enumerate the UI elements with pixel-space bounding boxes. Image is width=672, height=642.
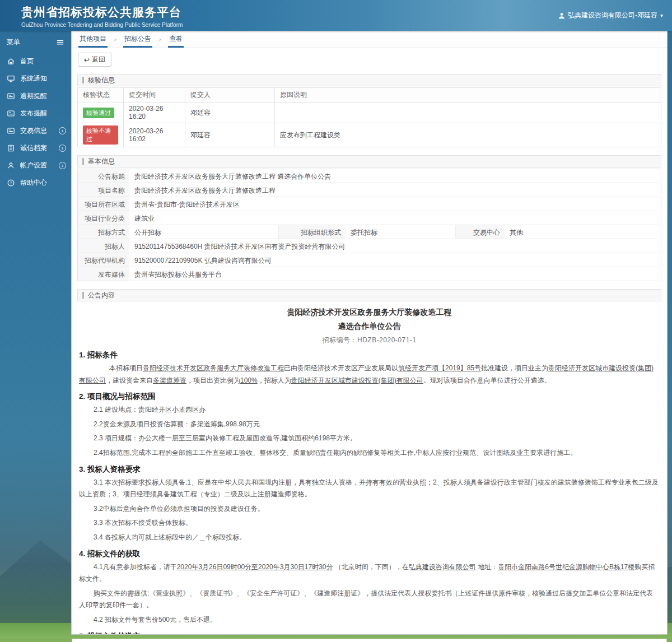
info-value: 91520114755368460H 贵阳经济技术开发区国有资产投资经营有限公司	[129, 239, 661, 253]
sidebar-item-publish-reminder[interactable]: 发布提醒	[0, 105, 71, 122]
info-label: 项目名称	[78, 183, 129, 197]
cell-submit-time: 2020-03-26 16:20	[124, 103, 185, 123]
card-icon	[7, 127, 15, 135]
info-value: 其他	[505, 225, 661, 239]
main-panel: 其他项目 ＞ 招标公告 ＞ 查看 ↩ 返回 核验信息	[71, 31, 668, 635]
section-heading-1: 1. 招标条件	[79, 350, 660, 360]
info-value: 贵阳经济技术开发区政务服务大厅装修改造工程	[129, 183, 661, 197]
sidebar-item-account-settings[interactable]: 帐户设置 ›	[0, 157, 71, 174]
back-icon: ↩	[84, 56, 90, 64]
info-label: 招标代理机构	[78, 253, 129, 267]
sidebar-item-system-notice[interactable]: 系统通知	[0, 70, 71, 87]
cell-submit-time: 2020-03-26 16:02	[124, 123, 185, 147]
info-value: 建筑业	[129, 211, 661, 225]
chevron-right-icon: ›	[59, 145, 66, 152]
breadcrumb: 其他项目 ＞ 招标公告 ＞ 查看	[72, 31, 667, 48]
person-icon	[558, 12, 565, 19]
info-label: 公告标题	[78, 169, 129, 183]
info-label: 交易中心	[455, 225, 505, 239]
svg-text:?: ?	[10, 180, 12, 185]
breadcrumb-item-other-projects[interactable]: 其他项目	[78, 31, 108, 48]
section-heading-5: 5. 投标文件的递交	[79, 631, 660, 635]
brand: 贵州省招标投标公共服务平台 GuiZhou Province Tendering…	[21, 4, 183, 28]
sidebar-item-label: 帐户设置	[20, 161, 47, 170]
verification-table: 核验状态 提交时间 提交人 原因说明 核验通过 2020-03-26 16:20…	[77, 87, 661, 147]
user-menu[interactable]: 弘典建设咨询有限公司-邓廷容 ▾	[558, 11, 663, 20]
info-value: 委托招标	[346, 225, 455, 239]
sidebar-nav: 首页 系统通知 逾期提醒	[0, 53, 71, 192]
info-row-agency: 招标代理机构 91520000722109905K 弘典建设咨询有限公司	[78, 253, 661, 267]
hamburger-icon[interactable]	[56, 38, 64, 46]
breadcrumb-item-view[interactable]: 查看	[168, 31, 184, 48]
table-row: 核验通过 2020-03-26 16:20 邓廷容	[78, 103, 661, 123]
announcement-section: 公告内容 贵阳经济技术开发区政务服务大厅装修改造工程 遴选合作单位公告 招标编号…	[77, 289, 661, 635]
info-value: 贵阳经济技术开发区政务服务大厅装修改造工程 遴选合作单位公告	[129, 169, 661, 183]
info-row-project-name: 项目名称 贵阳经济技术开发区政务服务大厅装修改造工程	[78, 183, 661, 197]
paragraph: 2.3 项目规模：办公大楼一层至三层室内装修工程及屋面改造等,建筑面积约6198…	[79, 432, 660, 445]
info-row-industry: 项目行业分类 建筑业	[78, 211, 661, 225]
col-status: 核验状态	[78, 88, 124, 103]
user-name: 弘典建设咨询有限公司-邓廷容	[568, 11, 657, 20]
section-bar-icon	[82, 292, 84, 299]
document-subtitle: 遴选合作单位公告	[79, 322, 660, 332]
cell-submitter: 邓廷容	[185, 103, 275, 123]
list-icon	[7, 144, 15, 152]
app-title: 贵州省招标投标公共服务平台	[21, 4, 183, 20]
caret-down-icon: ▾	[660, 12, 663, 18]
info-value: 91520000722109905K 弘典建设咨询有限公司	[129, 253, 661, 267]
paragraph: 购买文件的需提供:《营业执照》、《资质证书》、《安全生产许可证》、《建造师注册证…	[79, 588, 660, 612]
cell-submitter: 邓廷容	[185, 123, 275, 147]
sidebar: 菜单 首页 系统通知	[0, 31, 71, 192]
breadcrumb-item-tender-announcement[interactable]: 招标公告	[123, 31, 152, 48]
verification-header-row: 核验状态 提交时间 提交人 原因说明	[78, 88, 661, 103]
home-icon	[7, 57, 15, 66]
status-badge-pass: 核验通过	[83, 108, 114, 118]
paragraph: 2.4招标范围,完成本工程的全部施工工作直至竣工验收、整体移交、质量缺陷责任期内…	[79, 447, 660, 459]
card-icon	[7, 109, 15, 118]
paragraph: 3.3 本次招标不接受联合体投标。	[79, 517, 660, 529]
sidebar-item-integrity-archive[interactable]: 诚信档案 ›	[0, 139, 71, 157]
user-icon	[7, 161, 15, 170]
sidebar-item-label: 发布提醒	[20, 109, 47, 118]
paragraph: 2.1 建设地点：贵阳经开区小孟园区办	[79, 404, 660, 416]
app-subtitle: GuiZhou Province Tendering and Bidding P…	[21, 22, 183, 28]
info-row-project-region: 项目所在区域 贵州省-贵阳市-贵阳经济技术开发区	[78, 197, 661, 211]
sidebar-item-overdue-reminder[interactable]: 逾期提醒	[0, 87, 71, 105]
paragraph: 2.2资金来源及项目投资估算额：多渠道筹集,998.98万元	[79, 418, 660, 431]
basic-info-table: 公告标题 贵阳经济技术开发区政务服务大厅装修改造工程 遴选合作单位公告 项目名称…	[77, 169, 661, 281]
sidebar-item-help-center[interactable]: ? 帮助中心	[0, 174, 71, 192]
section-bar-icon	[82, 77, 84, 83]
cell-reason: 应发布到工程建设类	[275, 123, 661, 147]
col-submit-time: 提交时间	[124, 88, 185, 103]
info-label: 招标方式	[78, 225, 129, 239]
info-row-announcement-title: 公告标题 贵阳经济技术开发区政务服务大厅装修改造工程 遴选合作单位公告	[78, 169, 661, 183]
breadcrumb-separator: ＞	[113, 31, 118, 48]
info-label: 项目所在区域	[78, 197, 129, 211]
tender-code: 招标编号：HDZB-2020-071-1	[79, 336, 660, 345]
section-heading-3: 3. 投标人资格要求	[79, 464, 660, 474]
announcement-section-title: 公告内容	[77, 289, 661, 301]
sidebar-item-label: 诚信档案	[20, 143, 47, 153]
sidebar-item-label: 系统通知	[20, 74, 47, 83]
basic-info-section: 基本信息 公告标题 贵阳经济技术开发区政务服务大厅装修改造工程 遴选合作单位公告…	[77, 155, 661, 281]
document-title: 贵阳经济技术开发区政务服务大厅装修改造工程	[79, 308, 660, 318]
back-button-label: 返回	[92, 55, 105, 64]
info-label: 发布媒体	[78, 267, 129, 281]
card-icon	[7, 92, 15, 100]
info-value: 贵州省招标投标公共服务平台	[129, 267, 661, 281]
breadcrumb-separator: ＞	[157, 31, 163, 48]
paragraph: 4.2 招标文件每套售价500元，售后不退。	[79, 614, 660, 626]
info-value: 贵州省-贵阳市-贵阳经济技术开发区	[129, 197, 661, 211]
back-button[interactable]: ↩ 返回	[78, 53, 111, 67]
info-row-tenderer: 招标人 91520114755368460H 贵阳经济技术开发区国有资产投资经营…	[78, 239, 661, 253]
paragraph: 4.1凡有意参加投标者，请于2020年3月26日09时00分至2020年3月30…	[79, 561, 660, 585]
paragraph: 本招标项目贵阳经济技术开发区政务服务大厅装修改造工程已由贵阳经济技术开发区产业发…	[79, 362, 660, 387]
sidebar-item-transaction-info[interactable]: 交易信息 ›	[0, 122, 71, 139]
app-header: 贵州省招标投标公共服务平台 GuiZhou Province Tendering…	[0, 0, 672, 31]
info-label: 项目行业分类	[78, 211, 129, 225]
sidebar-item-home[interactable]: 首页	[0, 53, 71, 70]
section-heading-4: 4. 招标文件的获取	[79, 549, 660, 559]
col-submitter: 提交人	[185, 88, 275, 103]
info-label: 招标人	[78, 239, 129, 253]
question-icon: ?	[7, 179, 15, 187]
